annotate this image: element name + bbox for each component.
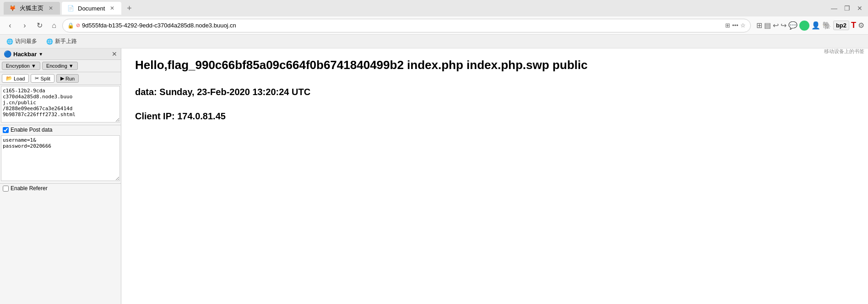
enable-post-row: Enable Post data	[0, 125, 121, 134]
address-bar-wrapper: 🔒 ⊘ ⊞ ••• ☆	[62, 19, 751, 32]
bookmark-label2: 新手上路	[55, 37, 77, 45]
nav-bar: ‹ › ↻ ⌂ 🔒 ⊘ ⊞ ••• ☆ ⊞ ▤ ↩ ↪ 💬 👤 🐘 bp2 T …	[0, 16, 868, 35]
load-icon: 📂	[6, 75, 12, 81]
hackbar-dropdown-icon[interactable]: ▼	[38, 52, 43, 57]
hackbar-panel: 🔵 Hackbar ▼ ✕ Encryption ▼ Encoding ▼ 📂 …	[0, 48, 121, 304]
bookmark-icon2: 🌐	[46, 38, 53, 45]
action-btn-row: 📂 Load ✂ Split ▶ Run	[0, 72, 121, 85]
run-icon: ▶	[60, 75, 64, 81]
page-content: Hello,flag_990c66bf85a09c664f0b674184049…	[121, 48, 868, 304]
page-date: data: Sunday, 23-Feb-2020 13:20:24 UTC	[135, 87, 854, 97]
bookmark-label: 访问最多	[15, 37, 37, 45]
main-layout: 🔵 Hackbar ▼ ✕ Encryption ▼ Encoding ▼ 📂 …	[0, 48, 868, 304]
encryption-label: Encryption	[6, 63, 30, 69]
tab-active[interactable]: 📄 Document ✕	[62, 2, 121, 15]
load-label: Load	[14, 76, 25, 81]
encoding-arrow: ▼	[69, 63, 74, 69]
load-button[interactable]: 📂 Load	[2, 74, 29, 83]
security-icon: 🔒	[67, 22, 74, 29]
run-button[interactable]: ▶ Run	[56, 74, 79, 83]
bp2-icon[interactable]: bp2	[833, 21, 849, 30]
hackbar-logo: 🔵	[4, 50, 11, 58]
run-label: Run	[65, 76, 75, 81]
hackbar-header: 🔵 Hackbar ▼ ✕	[0, 48, 121, 60]
tab-inactive-label: 火狐主页	[20, 4, 43, 12]
post-data-textarea[interactable]	[1, 135, 120, 181]
split-button[interactable]: ✂ Split	[31, 74, 54, 83]
forward-icon[interactable]: ↪	[781, 21, 787, 30]
library-icon[interactable]: ⊞	[756, 21, 762, 30]
refresh-button[interactable]: ↻	[33, 19, 46, 32]
strikethrough-icon: ⊘	[76, 22, 80, 28]
enable-post-checkbox[interactable]	[3, 127, 9, 133]
bookmark-star-icon[interactable]: ☆	[740, 22, 746, 29]
hackbar-close-button[interactable]: ✕	[112, 50, 117, 58]
tab-active-close[interactable]: ✕	[108, 5, 116, 12]
title-bar: 🦊 火狐主页 ✕ 📄 Document ✕ + — ❐ ✕	[0, 0, 868, 16]
hackbar-title-text: Hackbar	[13, 51, 37, 58]
enable-post-label: Enable Post data	[11, 127, 52, 133]
profile-icon[interactable]	[799, 21, 809, 31]
address-bar-icons: ⊞ ••• ☆	[725, 22, 746, 29]
bookmarks-bar: 🌐 访问最多 🌐 新手上路 移动设备上的书签	[0, 35, 868, 48]
split-icon: ✂	[35, 75, 39, 81]
bookmark-icon: 🌐	[6, 38, 13, 45]
mobile-bookmarks-text: 移动设备上的书签	[824, 48, 864, 55]
toolbar-right: ⊞ ▤ ↩ ↪ 💬 👤 🐘 bp2 T ⚙	[756, 21, 864, 31]
close-button[interactable]: ✕	[855, 4, 864, 13]
tab-active-label: Document	[78, 5, 105, 12]
address-input[interactable]	[82, 22, 723, 29]
hackbar-title: 🔵 Hackbar ▼	[4, 50, 43, 58]
user-icon[interactable]: 👤	[811, 21, 820, 30]
encryption-dropdown[interactable]: Encryption ▼	[2, 62, 40, 70]
text-icon[interactable]: T	[851, 21, 856, 30]
chat-icon[interactable]: 💬	[788, 21, 797, 30]
url-area	[0, 85, 121, 125]
settings-icon[interactable]: ⚙	[858, 21, 864, 30]
tab-inactive-close[interactable]: ✕	[47, 5, 54, 12]
encoding-label: Encoding	[46, 63, 67, 69]
page-title: Hello,flag_990c66bf85a09c664f0b674184049…	[135, 58, 854, 73]
minimize-button[interactable]: —	[830, 4, 839, 13]
back-icon[interactable]: ↩	[773, 21, 779, 30]
home-button[interactable]: ⌂	[48, 19, 60, 32]
encoding-dropdown[interactable]: Encoding ▼	[42, 62, 78, 70]
more-icon[interactable]: •••	[732, 22, 738, 29]
bookmark-item-beginner[interactable]: 🌐 新手上路	[43, 37, 80, 46]
window-controls: — ❐ ✕	[830, 4, 864, 13]
enable-referer-label: Enable Referer	[11, 185, 48, 192]
sidebar-icon[interactable]: ▤	[764, 21, 771, 30]
restore-button[interactable]: ❐	[842, 4, 852, 13]
tab-inactive-icon: 🦊	[9, 5, 16, 11]
forward-button[interactable]: ›	[18, 19, 31, 32]
evernote-icon[interactable]: 🐘	[822, 21, 831, 30]
back-button[interactable]: ‹	[4, 19, 16, 32]
enc-dropdown-row: Encryption ▼ Encoding ▼	[0, 60, 121, 72]
enable-referer-row: Enable Referer	[0, 184, 121, 193]
new-tab-button[interactable]: +	[123, 4, 136, 13]
tab-active-icon: 📄	[67, 5, 74, 11]
post-area	[0, 134, 121, 184]
enable-referer-checkbox[interactable]	[3, 186, 9, 192]
qr-icon[interactable]: ⊞	[725, 22, 730, 29]
split-label: Split	[40, 76, 50, 81]
url-textarea[interactable]	[1, 86, 120, 123]
bookmark-item-visits[interactable]: 🌐 访问最多	[4, 37, 40, 46]
page-client-ip: Client IP: 174.0.81.45	[135, 111, 854, 122]
tab-inactive[interactable]: 🦊 火狐主页 ✕	[4, 2, 60, 15]
encryption-arrow: ▼	[31, 63, 36, 69]
